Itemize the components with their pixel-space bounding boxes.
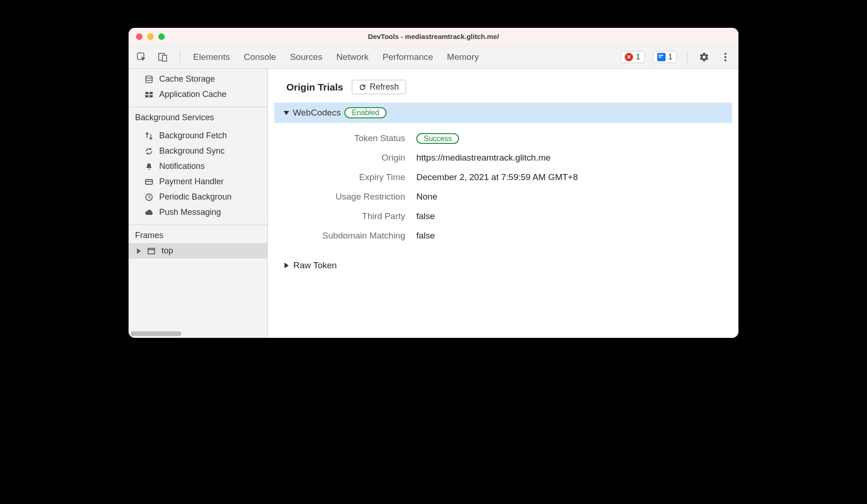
toolbar-divider [687, 51, 687, 64]
detail-value: false [416, 231, 435, 241]
sidebar-item-label: Push Messaging [159, 207, 221, 217]
detail-label: Origin [296, 153, 416, 163]
expand-icon[interactable] [137, 248, 141, 254]
detail-label: Subdomain Matching [296, 231, 416, 241]
svg-rect-11 [146, 180, 153, 184]
sync-icon [144, 147, 154, 155]
minimize-window-button[interactable] [147, 33, 154, 40]
sidebar-divider [129, 107, 267, 107]
database-icon [144, 75, 154, 84]
svg-rect-7 [145, 92, 149, 94]
detail-label: Third Party [296, 211, 416, 221]
detail-label: Usage Restriction [296, 192, 416, 202]
svg-point-6 [146, 76, 152, 78]
trial-name: WebCodecs [293, 108, 341, 118]
sidebar-item-label: Payment Handler [159, 177, 224, 187]
sidebar-item-push-messaging[interactable]: Push Messaging [129, 205, 267, 220]
refresh-button[interactable]: Refresh [352, 80, 406, 94]
svg-rect-10 [149, 95, 153, 97]
more-menu-icon[interactable] [719, 51, 732, 64]
tab-network[interactable]: Network [334, 50, 372, 64]
titlebar: DevTools - mediastreamtrack.glitch.me/ [129, 28, 738, 45]
sidebar-heading-background-services: Background Services [129, 108, 267, 125]
svg-rect-13 [148, 248, 155, 254]
tab-console[interactable]: Console [241, 50, 279, 64]
detail-label: Expiry Time [296, 172, 416, 182]
svg-rect-9 [145, 95, 149, 97]
tab-sources[interactable]: Sources [287, 50, 325, 64]
toolbar-divider [180, 51, 180, 64]
raw-token-label: Raw Token [293, 260, 337, 271]
issues-count: 1 [668, 52, 673, 62]
transfer-icon [144, 132, 154, 140]
collapse-icon[interactable] [284, 111, 289, 115]
sidebar-item-label: Notifications [159, 162, 205, 171]
sidebar-item-cache-storage[interactable]: Cache Storage [129, 71, 267, 87]
detail-value: https://mediastreamtrack.glitch.me [416, 153, 550, 163]
sidebar-item-frame-top[interactable]: top [129, 243, 267, 258]
bell-icon [144, 162, 154, 171]
expand-icon[interactable] [285, 263, 289, 268]
cloud-icon [144, 208, 154, 217]
detail-row-third-party: Third Party false [296, 207, 720, 226]
sidebar-item-payment-handler[interactable]: Payment Handler [129, 174, 267, 189]
zoom-window-button[interactable] [158, 33, 165, 40]
sidebar-heading-frames: Frames [129, 226, 267, 243]
tab-performance[interactable]: Performance [380, 50, 436, 64]
sidebar-item-periodic-background[interactable]: Periodic Backgroun [129, 189, 267, 205]
trial-status-badge: Enabled [344, 107, 387, 118]
detail-row-usage-restriction: Usage Restriction None [296, 187, 720, 207]
refresh-label: Refresh [370, 82, 399, 92]
frame-icon [147, 247, 156, 255]
detail-row-expiry-time: Expiry Time December 2, 2021 at 7:59:59 … [296, 168, 720, 187]
sidebar-item-background-fetch[interactable]: Background Fetch [129, 128, 267, 143]
detail-row-origin: Origin https://mediastreamtrack.glitch.m… [296, 148, 720, 168]
raw-token-row[interactable]: Raw Token [268, 254, 738, 271]
inspect-element-icon[interactable] [135, 51, 148, 64]
sidebar-item-notifications[interactable]: Notifications [129, 159, 267, 174]
svg-rect-2 [162, 55, 167, 61]
main-panel: Origin Trials Refresh WebCodecs Enabled … [268, 69, 738, 338]
issues-icon [657, 53, 666, 61]
trial-row-webcodecs[interactable]: WebCodecs Enabled [274, 103, 732, 123]
token-status-badge: Success [416, 133, 459, 144]
trial-details: Token Status Success Origin https://medi… [268, 129, 738, 254]
detail-row-token-status: Token Status Success [296, 129, 720, 148]
horizontal-scrollbar[interactable] [130, 331, 181, 336]
sidebar-item-background-sync[interactable]: Background Sync [129, 143, 267, 159]
sidebar-item-label: Periodic Backgroun [159, 192, 232, 202]
svg-point-3 [725, 52, 726, 54]
device-toolbar-icon[interactable] [156, 51, 169, 64]
tab-elements[interactable]: Elements [190, 50, 233, 64]
sidebar-item-label: Background Fetch [159, 131, 227, 141]
close-window-button[interactable] [136, 33, 142, 40]
traffic-lights [136, 33, 165, 40]
svg-point-4 [725, 56, 726, 58]
clock-icon [144, 193, 154, 201]
issues-badge[interactable]: 1 [653, 51, 677, 63]
detail-value: December 2, 2021 at 7:59:59 AM GMT+8 [416, 172, 578, 182]
devtools-toolbar: Elements Console Sources Network Perform… [129, 45, 738, 69]
panel-heading: Origin Trials [286, 82, 343, 93]
detail-row-subdomain-matching: Subdomain Matching false [296, 226, 720, 246]
refresh-icon [359, 84, 366, 91]
sidebar-item-label: Cache Storage [159, 74, 215, 84]
svg-point-5 [725, 59, 726, 61]
devtools-window: DevTools - mediastreamtrack.glitch.me/ E… [129, 28, 738, 338]
credit-card-icon [144, 178, 154, 186]
detail-label: Token Status [296, 133, 416, 143]
sidebar-item-application-cache[interactable]: Application Cache [129, 87, 267, 102]
tab-memory[interactable]: Memory [444, 50, 482, 64]
detail-value: None [416, 192, 437, 202]
error-icon: ✕ [625, 53, 633, 61]
application-sidebar: Cache Storage Application Cache Backgrou… [129, 69, 268, 338]
svg-rect-8 [149, 92, 153, 94]
sidebar-item-label: top [162, 246, 173, 256]
devtools-body: Cache Storage Application Cache Backgrou… [129, 69, 738, 338]
sidebar-item-label: Background Sync [159, 146, 225, 156]
detail-value: false [416, 211, 435, 221]
settings-icon[interactable] [698, 51, 711, 64]
errors-count: 1 [636, 52, 640, 62]
errors-badge[interactable]: ✕ 1 [621, 51, 644, 63]
window-title: DevTools - mediastreamtrack.glitch.me/ [129, 32, 738, 40]
